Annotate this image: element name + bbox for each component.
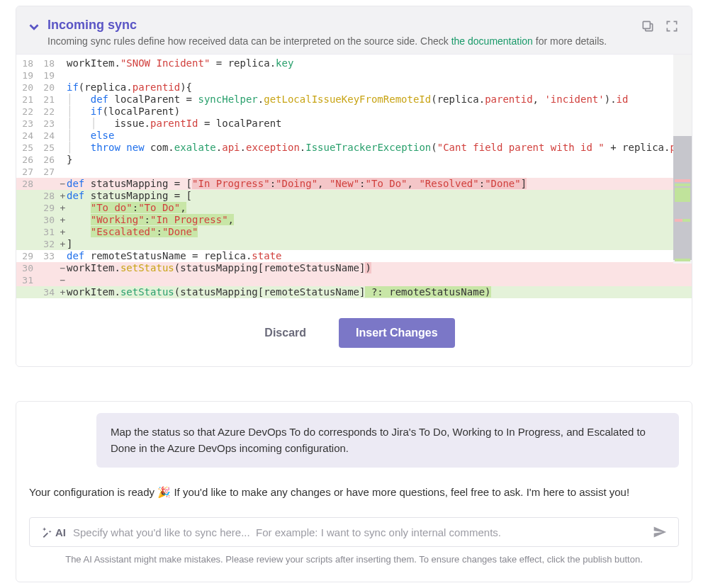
code-line: 2020 if(replica.parentid){ xyxy=(16,81,692,94)
send-icon[interactable] xyxy=(653,525,667,539)
ai-label: AI xyxy=(41,526,66,538)
code-line: 2626 } xyxy=(16,154,692,166)
panel-description: Incoming sync rules define how received … xyxy=(47,35,641,47)
desc-text-b: for more details. xyxy=(533,35,607,47)
code-line-added: 29+ "To do":"To Do", xyxy=(16,202,692,214)
chevron-down-icon[interactable] xyxy=(26,19,42,35)
code-line-added: 28+def statusMapping = [ xyxy=(16,190,692,202)
code-line: 1818 workItem."SNOW Incident" = replica.… xyxy=(16,57,692,69)
desc-text-a: Incoming sync rules define how received … xyxy=(47,35,451,47)
copy-icon[interactable] xyxy=(641,19,655,33)
code-line-added: 32+] xyxy=(16,238,692,250)
code-line: 2525 │ throw new com.exalate.api.excepti… xyxy=(16,142,692,154)
code-line: 2933 def remoteStatusName = replica.stat… xyxy=(16,250,692,262)
code-line-added: 34+workItem.setStatus(statusMapping[remo… xyxy=(16,286,692,298)
code-line: 1919 xyxy=(16,69,692,81)
incoming-sync-panel: Incoming sync Incoming sync rules define… xyxy=(16,6,692,367)
code-line-removed: 30−workItem.setStatus(statusMapping[remo… xyxy=(16,262,692,274)
svg-rect-1 xyxy=(643,21,650,28)
code-line-added: 31+ "Escalated":"Done" xyxy=(16,226,692,238)
chat-footnote: The AI Assistant might make mistakes. Pl… xyxy=(29,547,679,565)
code-line: 2121 │ def localParent = syncHelper.getL… xyxy=(16,94,692,106)
assistant-message: Your configuration is ready 🎉 If you'd l… xyxy=(29,483,679,499)
magic-wand-icon xyxy=(41,526,52,538)
code-line-added: 30+ "Working":"In Progress", xyxy=(16,214,692,226)
code-line: 2424 │ else xyxy=(16,130,692,142)
panel-title: Incoming sync xyxy=(47,18,641,33)
code-line: 2323 │ │ issue.parentId = localParent xyxy=(16,118,692,130)
insert-changes-button[interactable]: Insert Changes xyxy=(339,318,455,348)
chat-panel: Map the status so that Azure DevOps To d… xyxy=(16,401,692,582)
chat-input-bar: AI xyxy=(29,517,679,547)
code-line: 2727 xyxy=(16,166,692,178)
documentation-link[interactable]: the documentation xyxy=(451,35,533,47)
code-line-removed: 28−def statusMapping = ["In Progress":"D… xyxy=(16,178,692,190)
diff-editor[interactable]: 1818 workItem."SNOW Incident" = replica.… xyxy=(16,55,692,298)
user-message: Map the status so that Azure DevOps To d… xyxy=(96,413,679,468)
panel-header: Incoming sync Incoming sync rules define… xyxy=(16,6,692,55)
fullscreen-icon[interactable] xyxy=(665,19,679,33)
minimap[interactable] xyxy=(673,55,692,264)
discard-button[interactable]: Discard xyxy=(253,318,318,348)
code-line: 2222 │ if(localParent) xyxy=(16,106,692,118)
button-row: Discard Insert Changes xyxy=(16,298,692,366)
chat-input[interactable] xyxy=(73,526,646,538)
code-line-removed: 31− xyxy=(16,274,692,286)
